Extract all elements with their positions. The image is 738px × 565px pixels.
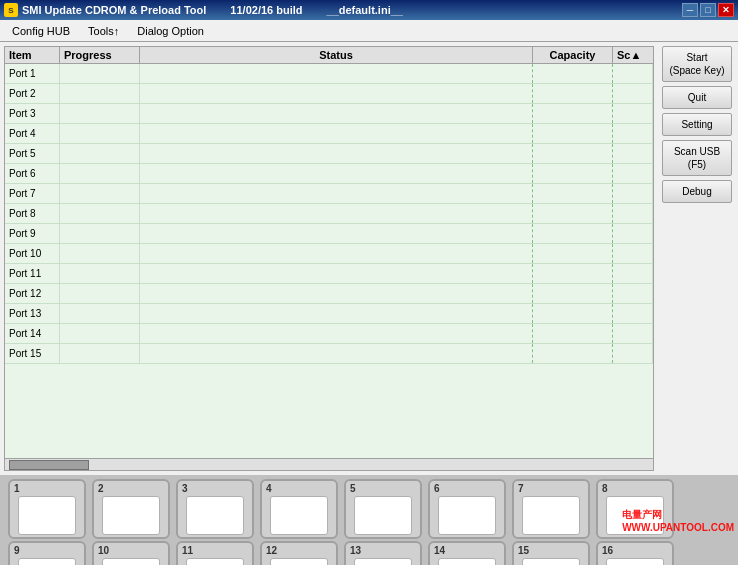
cell-capacity xyxy=(533,144,613,163)
cell-sc xyxy=(613,204,653,223)
cell-item: Port 8 xyxy=(5,204,60,223)
cell-progress xyxy=(60,184,140,203)
right-panel: Start (Space Key) Quit Setting Scan USB … xyxy=(658,42,738,475)
table-row: Port 8 xyxy=(5,204,653,224)
cell-capacity xyxy=(533,264,613,283)
cell-progress xyxy=(60,244,140,263)
port-inner-12 xyxy=(270,558,328,565)
cell-progress xyxy=(60,104,140,123)
port-inner-4 xyxy=(270,496,328,535)
table-row: Port 1 xyxy=(5,64,653,84)
cell-sc xyxy=(613,164,653,183)
port-cell-16: 16 xyxy=(596,541,674,565)
cell-capacity xyxy=(533,84,613,103)
setting-button[interactable]: Setting xyxy=(662,113,732,136)
table-row: Port 13 xyxy=(5,304,653,324)
port-cell-7: 7 xyxy=(512,479,590,539)
port-cell-10: 10 xyxy=(92,541,170,565)
cell-item: Port 11 xyxy=(5,264,60,283)
port-cell-9: 9 xyxy=(8,541,86,565)
debug-button[interactable]: Debug xyxy=(662,180,732,203)
cell-capacity xyxy=(533,224,613,243)
cell-item: Port 2 xyxy=(5,84,60,103)
cell-progress xyxy=(60,164,140,183)
cell-status xyxy=(140,104,533,123)
cell-item: Port 3 xyxy=(5,104,60,123)
cell-progress xyxy=(60,124,140,143)
cell-item: Port 4 xyxy=(5,124,60,143)
port-cell-6: 6 xyxy=(428,479,506,539)
cell-capacity xyxy=(533,184,613,203)
horizontal-scrollbar[interactable] xyxy=(5,458,653,470)
cell-sc xyxy=(613,324,653,343)
cell-capacity xyxy=(533,304,613,323)
cell-capacity xyxy=(533,204,613,223)
port-inner-9 xyxy=(18,558,76,565)
maximize-button[interactable]: □ xyxy=(700,3,716,17)
cell-item: Port 12 xyxy=(5,284,60,303)
cell-item: Port 14 xyxy=(5,324,60,343)
table-row: Port 9 xyxy=(5,224,653,244)
cell-capacity xyxy=(533,344,613,363)
cell-item: Port 5 xyxy=(5,144,60,163)
col-header-item: Item xyxy=(5,47,60,63)
table-row: Port 12 xyxy=(5,284,653,304)
start-button[interactable]: Start (Space Key) xyxy=(662,46,732,82)
port-inner-5 xyxy=(354,496,412,535)
scrollbar-thumb[interactable] xyxy=(9,460,89,470)
menu-tools[interactable]: Tools↑ xyxy=(80,23,127,39)
cell-capacity xyxy=(533,284,613,303)
table-row: Port 11 xyxy=(5,264,653,284)
cell-status xyxy=(140,324,533,343)
cell-status xyxy=(140,184,533,203)
menu-dialog-option[interactable]: Dialog Option xyxy=(129,23,212,39)
cell-item: Port 7 xyxy=(5,184,60,203)
cell-status xyxy=(140,264,533,283)
close-button[interactable]: ✕ xyxy=(718,3,734,17)
menu-config-hub[interactable]: Config HUB xyxy=(4,23,78,39)
port-number-8: 8 xyxy=(602,483,608,494)
port-inner-15 xyxy=(522,558,580,565)
port-cell-14: 14 xyxy=(428,541,506,565)
port-number-12: 12 xyxy=(266,545,277,556)
scan-usb-button[interactable]: Scan USB (F5) xyxy=(662,140,732,176)
port-row-2: 9 10 11 12 13 14 15 16 xyxy=(8,541,730,565)
port-cell-12: 12 xyxy=(260,541,338,565)
port-number-13: 13 xyxy=(350,545,361,556)
quit-button[interactable]: Quit xyxy=(662,86,732,109)
main-content: Item Progress Status Capacity Sc▲ Port 1… xyxy=(0,42,738,475)
port-number-9: 9 xyxy=(14,545,20,556)
cell-sc xyxy=(613,184,653,203)
minimize-button[interactable]: ─ xyxy=(682,3,698,17)
cell-capacity xyxy=(533,244,613,263)
cell-status xyxy=(140,284,533,303)
cell-progress xyxy=(60,224,140,243)
table-header: Item Progress Status Capacity Sc▲ xyxy=(5,47,653,64)
cell-sc xyxy=(613,84,653,103)
cell-progress xyxy=(60,344,140,363)
watermark: 电量产网 WWW.UPANTOOL.COM xyxy=(622,508,734,533)
port-inner-16 xyxy=(606,558,664,565)
table-row: Port 4 xyxy=(5,124,653,144)
cell-sc xyxy=(613,344,653,363)
port-number-6: 6 xyxy=(434,483,440,494)
table-row: Port 3 xyxy=(5,104,653,124)
col-header-sc: Sc▲ xyxy=(613,47,653,63)
col-header-status: Status xyxy=(140,47,533,63)
cell-status xyxy=(140,344,533,363)
port-cell-11: 11 xyxy=(176,541,254,565)
build-info: 11/02/16 build xyxy=(230,4,302,16)
menu-bar: Config HUB Tools↑ Dialog Option xyxy=(0,20,738,42)
cell-sc xyxy=(613,264,653,283)
cell-progress xyxy=(60,144,140,163)
table-row: Port 6 xyxy=(5,164,653,184)
cell-status xyxy=(140,224,533,243)
port-inner-14 xyxy=(438,558,496,565)
col-header-capacity: Capacity xyxy=(533,47,613,63)
cell-item: Port 15 xyxy=(5,344,60,363)
cell-progress xyxy=(60,84,140,103)
cell-item: Port 13 xyxy=(5,304,60,323)
cell-sc xyxy=(613,144,653,163)
port-cell-1: 1 xyxy=(8,479,86,539)
port-number-14: 14 xyxy=(434,545,445,556)
